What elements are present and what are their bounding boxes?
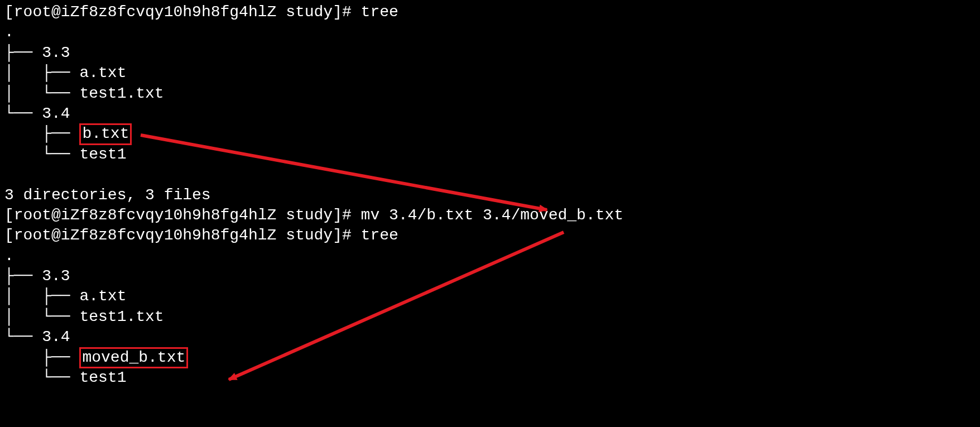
tree1-dir-3-3: ├── 3.3 <box>4 43 976 63</box>
tree2-dir-test1: └── test1 <box>4 368 976 388</box>
tree2-dir-3-4: └── 3.4 <box>4 327 976 347</box>
tree1-file-b-txt-line: ├── b.txt <box>4 124 976 144</box>
tree2-file-test1-txt: │ └── test1.txt <box>4 307 976 327</box>
prompt-line-3: [root@iZf8z8fcvqy10h9h8fg4hlZ study]# tr… <box>4 226 976 246</box>
tree2-file-moved-b-txt-line: ├── moved_b.txt <box>4 348 976 368</box>
prompt-line-2: [root@iZf8z8fcvqy10h9h8fg4hlZ study]# mv… <box>4 205 976 226</box>
command-tree-2: tree <box>361 227 398 244</box>
tree1-file-test1-txt: │ └── test1.txt <box>4 84 976 104</box>
blank-line-1 <box>4 165 976 185</box>
tree2-file-a-txt: │ ├── a.txt <box>4 286 976 306</box>
tree1-file-a-txt: │ ├── a.txt <box>4 63 976 83</box>
tree1-summary: 3 directories, 3 files <box>4 185 976 205</box>
tree1-dir-test1: └── test1 <box>4 145 976 165</box>
tree1-root-dot: . <box>4 22 976 42</box>
prompt-line-1: [root@iZf8z8fcvqy10h9h8fg4hlZ study]# tr… <box>4 2 976 22</box>
highlight-b-txt: b.txt <box>79 123 132 145</box>
command-mv: mv 3.4/b.txt 3.4/moved_b.txt <box>361 207 623 224</box>
highlight-moved-b-txt: moved_b.txt <box>79 347 188 368</box>
tree2-root-dot: . <box>4 246 976 266</box>
tree2-dir-3-3: ├── 3.3 <box>4 266 976 286</box>
tree1-dir-3-4: └── 3.4 <box>4 104 976 124</box>
command-tree-1: tree <box>361 3 398 21</box>
